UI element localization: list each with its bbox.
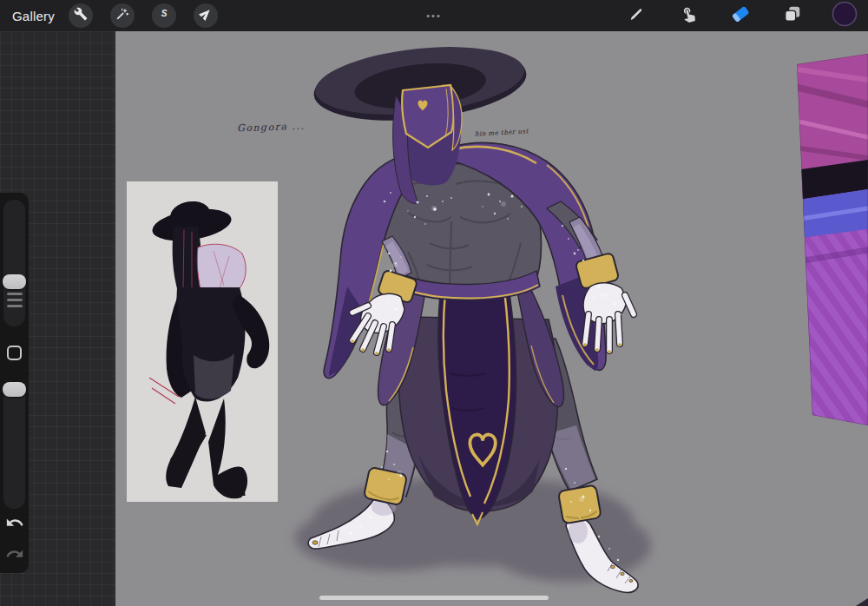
smudge-button[interactable] [674, 3, 703, 29]
slider-grip-lines [7, 299, 23, 301]
brush-size-knob[interactable] [3, 274, 26, 289]
modify-button[interactable] [7, 346, 22, 360]
adjustments-button[interactable] [110, 3, 135, 28]
undo-button[interactable] [4, 514, 25, 535]
brush-size-slider[interactable] [3, 200, 25, 326]
top-toolbar: Gallery [0, 0, 868, 31]
selection-s-icon: S [157, 7, 171, 24]
paintbrush-icon [628, 5, 645, 26]
brush-sidebar [0, 193, 29, 573]
actions-button[interactable] [69, 3, 93, 28]
color-swatch [832, 1, 858, 30]
opacity-knob[interactable] [3, 382, 26, 397]
opacity-slider[interactable] [3, 382, 25, 509]
eraser-icon [730, 4, 751, 27]
selection-button[interactable]: S [152, 3, 176, 28]
magic-wand-icon [115, 7, 129, 24]
photo-corner-peek [856, 598, 868, 606]
redo-icon [5, 544, 24, 567]
transform-arrow-icon [199, 7, 213, 24]
color-button[interactable] [830, 3, 859, 29]
layers-button[interactable] [778, 3, 807, 29]
side-photo [790, 48, 868, 430]
slider-grip-lines [7, 293, 23, 295]
paint-button[interactable] [621, 3, 651, 29]
handwritten-title: Gongora ... [237, 121, 306, 135]
paint-tools-group [599, 3, 859, 29]
smudge-finger-icon [680, 5, 697, 26]
redo-button[interactable] [4, 545, 25, 566]
wrench-icon [74, 7, 88, 24]
undo-icon [5, 513, 24, 536]
procreate-window: Gallery [0, 0, 868, 606]
home-indicator-bar[interactable] [319, 596, 549, 600]
erase-button[interactable] [726, 3, 755, 29]
character-artwork [115, 31, 868, 606]
layers-icon [783, 4, 802, 27]
slider-grip-lines [7, 305, 23, 307]
transform-button[interactable] [194, 3, 218, 28]
gallery-button[interactable]: Gallery [0, 9, 69, 23]
svg-text:S: S [161, 9, 168, 18]
drawing-canvas[interactable]: Gongora ... hin me ther ust [115, 31, 868, 606]
